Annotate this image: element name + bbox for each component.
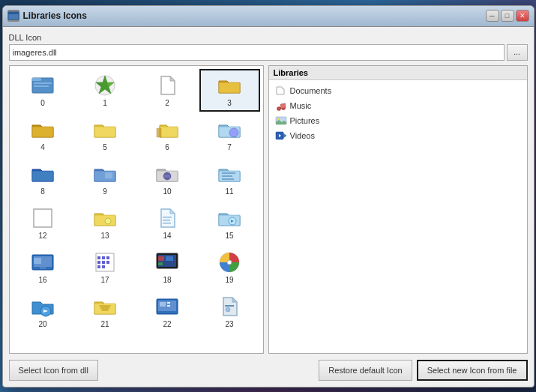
bottom-buttons: Select Icon from dll Restore default Ico… [9,358,528,381]
icon-grid-panel: 0 1 [9,65,264,354]
svg-rect-17 [163,220,170,221]
icon-img-6 [155,118,179,142]
svg-rect-31 [97,265,100,268]
icon-num-3: 3 [227,99,232,107]
icon-img-15 [217,206,241,230]
window-title: Libraries Icons [23,10,486,21]
icon-num-15: 15 [225,232,233,240]
icon-cell-20[interactable]: 20 [13,290,73,333]
libraries-panel: Libraries Documents [268,65,528,354]
svg-rect-3 [32,78,41,81]
svg-rect-45 [167,305,170,307]
svg-rect-10 [164,175,170,178]
svg-rect-35 [158,256,164,261]
icon-cell-10[interactable]: 10 [137,157,198,200]
dll-label: DLL Icon [9,33,528,42]
icon-num-2: 2 [165,99,169,107]
svg-rect-25 [97,256,100,259]
btn-left-group: Select Icon from dll [9,360,99,381]
svg-point-7 [229,128,238,137]
libraries-tree: Documents Music [269,80,527,353]
window-controls: ─ □ ✕ [486,10,529,22]
svg-rect-46 [225,305,234,307]
maximize-button[interactable]: □ [501,10,514,22]
select-new-icon-button[interactable]: Select new Icon from file [417,360,528,381]
music-label: Music [290,101,312,110]
icon-img-10 [155,162,179,186]
icon-img-5 [93,118,117,142]
icon-cell-6[interactable]: 6 [137,113,198,156]
svg-rect-37 [158,262,163,265]
icon-img-4 [31,118,55,142]
icon-cell-2[interactable]: 2 [137,69,198,112]
window-content: DLL Icon ... [3,27,534,387]
icon-num-11: 11 [225,187,233,196]
icon-num-19: 19 [225,276,233,284]
icon-cell-5[interactable]: 5 [75,113,136,156]
icon-num-14: 14 [163,232,171,240]
close-button[interactable]: ✕ [516,10,529,22]
window-icon [7,10,19,22]
icon-img-8 [31,162,55,186]
icon-cell-13[interactable]: 13 [75,202,136,244]
icon-img-12 [31,206,55,230]
icon-cell-15[interactable]: 15 [199,202,260,244]
icon-img-14 [155,206,179,230]
icon-cell-23[interactable]: 23 [199,290,260,333]
icon-cell-17[interactable]: 17 [75,246,136,289]
select-icon-dll-button[interactable]: Select Icon from dll [9,360,99,381]
tree-item-videos[interactable]: Videos [272,128,524,143]
icon-cell-3[interactable]: 3 [199,69,260,112]
icon-num-16: 16 [38,276,46,284]
icon-num-4: 4 [40,143,45,151]
icon-cell-1[interactable]: 1 [75,69,136,112]
dll-input[interactable] [9,44,505,61]
svg-rect-44 [167,302,170,304]
icon-cell-14[interactable]: 14 [137,202,198,244]
icon-cell-8[interactable]: 8 [13,157,73,200]
icon-img-11 [217,162,241,186]
icon-img-7 [217,118,241,142]
dll-section: DLL Icon ... [9,33,528,61]
icon-cell-21[interactable]: 21 [75,290,136,333]
minimize-button[interactable]: ─ [486,10,499,22]
icon-img-9 [93,162,117,186]
browse-button[interactable]: ... [507,44,528,61]
icon-cell-4[interactable]: 4 [13,113,73,156]
icon-num-17: 17 [100,276,109,284]
icon-num-13: 13 [100,232,109,240]
videos-icon [275,130,287,142]
icon-num-10: 10 [163,187,171,196]
svg-rect-23 [34,258,41,264]
icon-cell-22[interactable]: 22 [137,290,198,333]
icon-cell-7[interactable]: 7 [199,113,260,156]
svg-rect-11 [222,172,235,174]
tree-item-music[interactable]: Music [272,98,524,113]
icon-img-16 [31,250,55,274]
icon-cell-18[interactable]: 18 [137,246,198,289]
icon-cell-12[interactable]: 12 [13,202,73,244]
restore-default-button[interactable]: Restore default Icon [319,360,412,381]
tree-item-documents[interactable]: Documents [272,83,524,98]
icon-grid-scroll[interactable]: 0 1 [10,66,263,353]
icon-img-22 [155,295,179,319]
icon-cell-9[interactable]: 9 [75,157,136,200]
documents-label: Documents [290,86,332,95]
icon-cell-0[interactable]: 0 [13,69,73,112]
svg-point-15 [105,218,111,224]
icon-img-1 [93,73,117,97]
pictures-icon [275,115,287,127]
icon-num-22: 22 [163,320,171,328]
icon-cell-19[interactable]: 19 [199,246,260,289]
svg-rect-22 [40,267,46,269]
icon-cell-11[interactable]: 11 [199,157,260,200]
svg-rect-12 [222,175,232,177]
documents-icon [275,85,287,97]
tree-item-pictures[interactable]: Pictures [272,113,524,128]
svg-rect-29 [102,261,105,264]
icon-img-21 [93,295,117,319]
icon-img-18 [155,250,179,274]
svg-rect-26 [102,256,105,259]
icon-cell-16[interactable]: 16 [13,246,73,289]
icon-num-0: 0 [40,99,45,107]
